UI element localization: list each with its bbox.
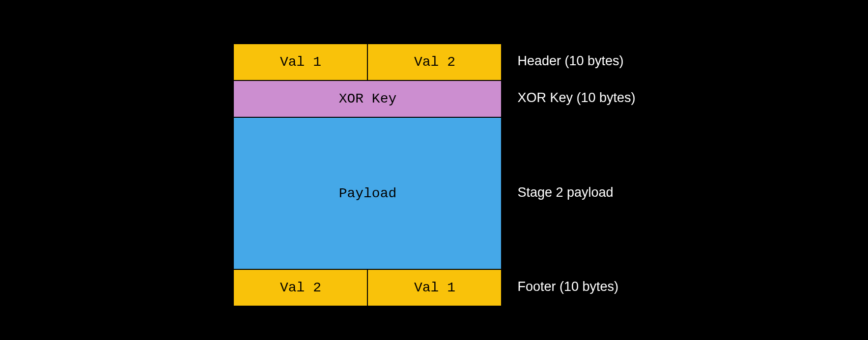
xor-key-row: XOR Key <box>233 80 502 117</box>
labels-column: Header (10 bytes) XOR Key (10 bytes) Sta… <box>517 43 635 305</box>
packet-structure-diagram: Val 1 Val 2 XOR Key Payload Val 2 Val 1 <box>232 43 503 307</box>
payload-cell: Payload <box>233 117 502 269</box>
header-row: Val 1 Val 2 <box>233 44 502 80</box>
footer-val2-cell: Val 2 <box>233 269 367 306</box>
header-val2-cell: Val 2 <box>367 44 502 80</box>
footer-row: Val 2 Val 1 <box>233 269 502 306</box>
xor-key-cell: XOR Key <box>233 80 502 117</box>
header-val1-cell: Val 1 <box>233 44 367 80</box>
diagram-container: Val 1 Val 2 XOR Key Payload Val 2 Val 1 … <box>232 33 635 307</box>
payload-row: Payload <box>233 117 502 269</box>
footer-val1-cell: Val 1 <box>367 269 502 306</box>
header-label: Header (10 bytes) <box>517 43 635 79</box>
payload-label: Stage 2 payload <box>517 116 635 268</box>
xor-label: XOR Key (10 bytes) <box>517 79 635 116</box>
footer-label: Footer (10 bytes) <box>517 268 635 305</box>
